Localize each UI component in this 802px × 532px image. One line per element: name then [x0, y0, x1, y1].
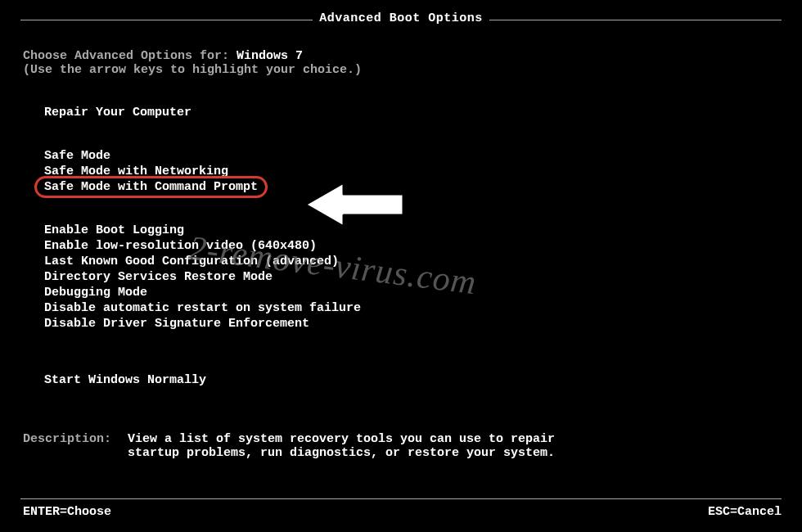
menu-item-safe-mode[interactable]: Safe Mode	[41, 148, 114, 164]
content-area: Choose Advanced Options for: Windows 7 (…	[23, 49, 779, 460]
menu-item-start-normally[interactable]: Start Windows Normally	[41, 372, 210, 388]
hint-line: (Use the arrow keys to highlight your ch…	[23, 63, 779, 77]
menu-item-debugging-mode[interactable]: Debugging Mode	[41, 285, 151, 300]
menu-item-safe-mode-networking[interactable]: Safe Mode with Networking	[41, 164, 232, 179]
footer-esc-hint: ESC=Cancel	[708, 505, 782, 519]
menu-item-repair-your-computer[interactable]: Repair Your Computer	[41, 105, 195, 120]
boot-menu[interactable]: Repair Your Computer Safe Mode Safe Mode…	[41, 105, 779, 388]
description-body: View a list of system recovery tools you…	[128, 432, 555, 460]
boot-options-screen: Advanced Boot Options Choose Advanced Op…	[0, 0, 802, 532]
prompt-line: Choose Advanced Options for: Windows 7	[23, 49, 779, 63]
screen-title-text: Advanced Boot Options	[313, 11, 489, 25]
menu-item-last-known-good[interactable]: Last Known Good Configuration (advanced)	[41, 254, 342, 269]
menu-item-low-res-video[interactable]: Enable low-resolution video (640x480)	[41, 238, 320, 254]
menu-group-1: Repair Your Computer	[41, 105, 779, 120]
os-name: Windows 7	[237, 49, 303, 63]
menu-item-safe-mode-command-prompt[interactable]: Safe Mode with Command Prompt	[41, 179, 261, 195]
menu-group-4: Start Windows Normally	[41, 372, 779, 388]
highlighted-item-wrap: Safe Mode with Command Prompt	[41, 179, 261, 195]
menu-item-disable-auto-restart[interactable]: Disable automatic restart on system fail…	[41, 300, 364, 316]
description-block: Description:View a list of system recove…	[23, 432, 779, 460]
menu-group-3: Enable Boot Logging Enable low-resolutio…	[41, 223, 779, 331]
description-label: Description:	[23, 432, 128, 446]
menu-item-disable-driver-sig[interactable]: Disable Driver Signature Enforcement	[41, 316, 313, 331]
screen-title: Advanced Boot Options	[0, 11, 802, 25]
menu-item-directory-services-restore[interactable]: Directory Services Restore Mode	[41, 269, 276, 285]
footer-enter-hint: ENTER=Choose	[23, 505, 111, 519]
footer-bar: ENTER=Choose ESC=Cancel	[23, 505, 782, 519]
rule-bottom	[20, 498, 782, 499]
menu-item-enable-boot-logging[interactable]: Enable Boot Logging	[41, 223, 187, 238]
menu-group-2: Safe Mode Safe Mode with Networking Safe…	[41, 148, 779, 195]
prompt-prefix: Choose Advanced Options for:	[23, 49, 237, 63]
